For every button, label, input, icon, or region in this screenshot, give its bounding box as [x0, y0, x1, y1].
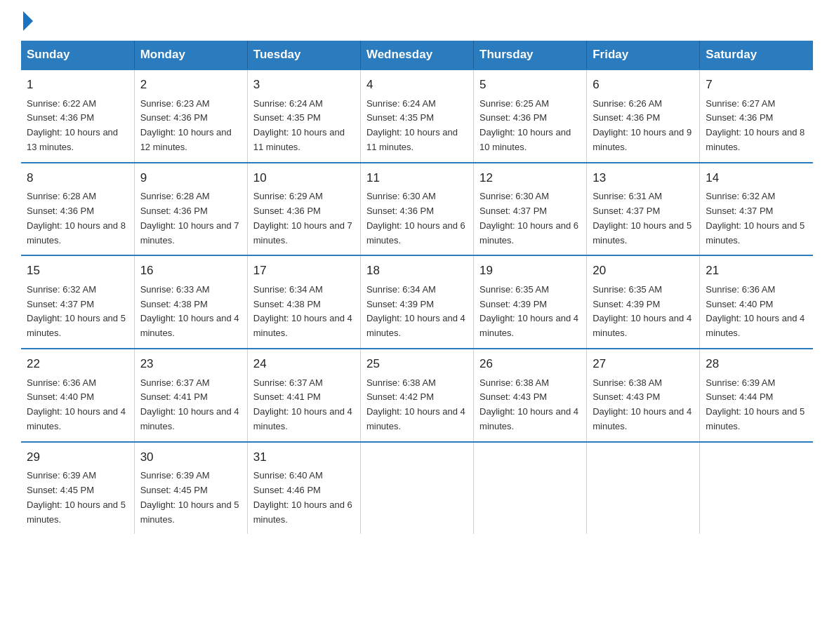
- calendar-day-cell: 12 Sunrise: 6:30 AM Sunset: 4:37 PM Dayl…: [474, 163, 587, 256]
- calendar-day-cell: 14 Sunrise: 6:32 AM Sunset: 4:37 PM Dayl…: [700, 163, 813, 256]
- calendar-week-row: 22 Sunrise: 6:36 AM Sunset: 4:40 PM Dayl…: [21, 349, 813, 442]
- calendar-body: 1 Sunrise: 6:22 AM Sunset: 4:36 PM Dayli…: [21, 69, 813, 534]
- day-info: Sunrise: 6:37 AM Sunset: 4:41 PM Dayligh…: [253, 376, 355, 434]
- calendar-week-row: 1 Sunrise: 6:22 AM Sunset: 4:36 PM Dayli…: [21, 69, 813, 163]
- calendar-day-cell: [587, 442, 700, 535]
- day-info: Sunrise: 6:34 AM Sunset: 4:39 PM Dayligh…: [366, 283, 468, 341]
- day-info: Sunrise: 6:29 AM Sunset: 4:36 PM Dayligh…: [253, 189, 355, 248]
- weekday-header-saturday: Saturday: [700, 41, 813, 69]
- day-info: Sunrise: 6:31 AM Sunset: 4:37 PM Dayligh…: [593, 189, 694, 248]
- calendar-day-cell: 17 Sunrise: 6:34 AM Sunset: 4:38 PM Dayl…: [247, 255, 360, 349]
- calendar-day-cell: 25 Sunrise: 6:38 AM Sunset: 4:42 PM Dayl…: [360, 349, 473, 442]
- day-number: 7: [706, 76, 807, 94]
- day-number: 23: [140, 355, 241, 373]
- calendar-day-cell: 28 Sunrise: 6:39 AM Sunset: 4:44 PM Dayl…: [700, 349, 813, 442]
- day-info: Sunrise: 6:24 AM Sunset: 4:35 PM Dayligh…: [366, 97, 468, 155]
- day-number: 6: [593, 76, 694, 94]
- day-info: Sunrise: 6:28 AM Sunset: 4:36 PM Dayligh…: [27, 189, 128, 248]
- weekday-header-tuesday: Tuesday: [247, 41, 360, 69]
- day-info: Sunrise: 6:37 AM Sunset: 4:41 PM Dayligh…: [140, 376, 241, 434]
- day-number: 1: [27, 76, 128, 94]
- calendar-day-cell: 21 Sunrise: 6:36 AM Sunset: 4:40 PM Dayl…: [700, 255, 813, 349]
- day-number: 15: [27, 262, 128, 280]
- weekday-header-row: SundayMondayTuesdayWednesdayThursdayFrid…: [21, 41, 813, 69]
- day-number: 19: [479, 262, 581, 280]
- day-info: Sunrise: 6:38 AM Sunset: 4:42 PM Dayligh…: [366, 376, 468, 434]
- weekday-header-monday: Monday: [134, 41, 247, 69]
- calendar-day-cell: 27 Sunrise: 6:38 AM Sunset: 4:43 PM Dayl…: [587, 349, 700, 442]
- calendar-day-cell: [700, 442, 813, 535]
- day-number: 29: [27, 448, 128, 467]
- calendar-week-row: 15 Sunrise: 6:32 AM Sunset: 4:37 PM Dayl…: [21, 255, 813, 349]
- day-number: 12: [479, 169, 581, 187]
- day-info: Sunrise: 6:24 AM Sunset: 4:35 PM Dayligh…: [253, 97, 355, 155]
- day-info: Sunrise: 6:30 AM Sunset: 4:37 PM Dayligh…: [479, 189, 581, 248]
- day-info: Sunrise: 6:28 AM Sunset: 4:36 PM Dayligh…: [140, 189, 241, 248]
- day-info: Sunrise: 6:34 AM Sunset: 4:38 PM Dayligh…: [253, 283, 355, 341]
- page-header: [21, 14, 813, 28]
- day-number: 17: [253, 262, 355, 280]
- day-number: 10: [253, 169, 355, 187]
- day-number: 30: [140, 448, 241, 467]
- calendar-day-cell: 18 Sunrise: 6:34 AM Sunset: 4:39 PM Dayl…: [360, 255, 473, 349]
- calendar-day-cell: 9 Sunrise: 6:28 AM Sunset: 4:36 PM Dayli…: [134, 163, 247, 256]
- calendar-day-cell: 2 Sunrise: 6:23 AM Sunset: 4:36 PM Dayli…: [134, 69, 247, 163]
- weekday-header-wednesday: Wednesday: [360, 41, 473, 69]
- calendar-day-cell: 19 Sunrise: 6:35 AM Sunset: 4:39 PM Dayl…: [474, 255, 587, 349]
- day-number: 14: [706, 169, 807, 187]
- calendar-day-cell: 26 Sunrise: 6:38 AM Sunset: 4:43 PM Dayl…: [474, 349, 587, 442]
- calendar-day-cell: 16 Sunrise: 6:33 AM Sunset: 4:38 PM Dayl…: [134, 255, 247, 349]
- day-number: 22: [27, 355, 128, 373]
- day-info: Sunrise: 6:36 AM Sunset: 4:40 PM Dayligh…: [27, 376, 128, 434]
- calendar-day-cell: 30 Sunrise: 6:39 AM Sunset: 4:45 PM Dayl…: [134, 442, 247, 535]
- day-number: 25: [366, 355, 468, 373]
- day-number: 9: [140, 169, 241, 187]
- day-number: 11: [366, 169, 468, 187]
- day-number: 3: [253, 76, 355, 94]
- calendar-day-cell: 31 Sunrise: 6:40 AM Sunset: 4:46 PM Dayl…: [247, 442, 360, 535]
- day-info: Sunrise: 6:39 AM Sunset: 4:45 PM Dayligh…: [140, 469, 241, 527]
- day-info: Sunrise: 6:36 AM Sunset: 4:40 PM Dayligh…: [706, 283, 807, 341]
- day-number: 13: [593, 169, 694, 187]
- calendar-day-cell: 23 Sunrise: 6:37 AM Sunset: 4:41 PM Dayl…: [134, 349, 247, 442]
- day-number: 8: [27, 169, 128, 187]
- calendar-day-cell: 15 Sunrise: 6:32 AM Sunset: 4:37 PM Dayl…: [21, 255, 134, 349]
- calendar-header: SundayMondayTuesdayWednesdayThursdayFrid…: [21, 41, 813, 69]
- day-number: 5: [479, 76, 581, 94]
- calendar-table: SundayMondayTuesdayWednesdayThursdayFrid…: [21, 41, 813, 534]
- calendar-day-cell: 22 Sunrise: 6:36 AM Sunset: 4:40 PM Dayl…: [21, 349, 134, 442]
- day-number: 28: [706, 355, 807, 373]
- day-number: 4: [366, 76, 468, 94]
- day-info: Sunrise: 6:35 AM Sunset: 4:39 PM Dayligh…: [479, 283, 581, 341]
- calendar-day-cell: 24 Sunrise: 6:37 AM Sunset: 4:41 PM Dayl…: [247, 349, 360, 442]
- calendar-day-cell: 10 Sunrise: 6:29 AM Sunset: 4:36 PM Dayl…: [247, 163, 360, 256]
- calendar-day-cell: 1 Sunrise: 6:22 AM Sunset: 4:36 PM Dayli…: [21, 69, 134, 163]
- day-info: Sunrise: 6:27 AM Sunset: 4:36 PM Dayligh…: [706, 97, 807, 155]
- day-number: 20: [593, 262, 694, 280]
- logo-triangle-icon: [23, 11, 33, 31]
- weekday-header-thursday: Thursday: [474, 41, 587, 69]
- day-info: Sunrise: 6:33 AM Sunset: 4:38 PM Dayligh…: [140, 283, 241, 341]
- calendar-day-cell: 8 Sunrise: 6:28 AM Sunset: 4:36 PM Dayli…: [21, 163, 134, 256]
- weekday-header-friday: Friday: [587, 41, 700, 69]
- calendar-day-cell: 5 Sunrise: 6:25 AM Sunset: 4:36 PM Dayli…: [474, 69, 587, 163]
- day-number: 16: [140, 262, 241, 280]
- day-number: 2: [140, 76, 241, 94]
- calendar-day-cell: 11 Sunrise: 6:30 AM Sunset: 4:36 PM Dayl…: [360, 163, 473, 256]
- day-info: Sunrise: 6:38 AM Sunset: 4:43 PM Dayligh…: [479, 376, 581, 434]
- calendar-day-cell: [474, 442, 587, 535]
- calendar-day-cell: 29 Sunrise: 6:39 AM Sunset: 4:45 PM Dayl…: [21, 442, 134, 535]
- day-info: Sunrise: 6:26 AM Sunset: 4:36 PM Dayligh…: [593, 97, 694, 155]
- day-info: Sunrise: 6:35 AM Sunset: 4:39 PM Dayligh…: [593, 283, 694, 341]
- calendar-day-cell: [360, 442, 473, 535]
- day-info: Sunrise: 6:25 AM Sunset: 4:36 PM Dayligh…: [479, 97, 581, 155]
- weekday-header-sunday: Sunday: [21, 41, 134, 69]
- day-info: Sunrise: 6:32 AM Sunset: 4:37 PM Dayligh…: [706, 189, 807, 248]
- day-number: 18: [366, 262, 468, 280]
- day-number: 24: [253, 355, 355, 373]
- calendar-week-row: 29 Sunrise: 6:39 AM Sunset: 4:45 PM Dayl…: [21, 442, 813, 535]
- day-number: 27: [593, 355, 694, 373]
- calendar-day-cell: 3 Sunrise: 6:24 AM Sunset: 4:35 PM Dayli…: [247, 69, 360, 163]
- day-info: Sunrise: 6:39 AM Sunset: 4:44 PM Dayligh…: [706, 376, 807, 434]
- calendar-day-cell: 4 Sunrise: 6:24 AM Sunset: 4:35 PM Dayli…: [360, 69, 473, 163]
